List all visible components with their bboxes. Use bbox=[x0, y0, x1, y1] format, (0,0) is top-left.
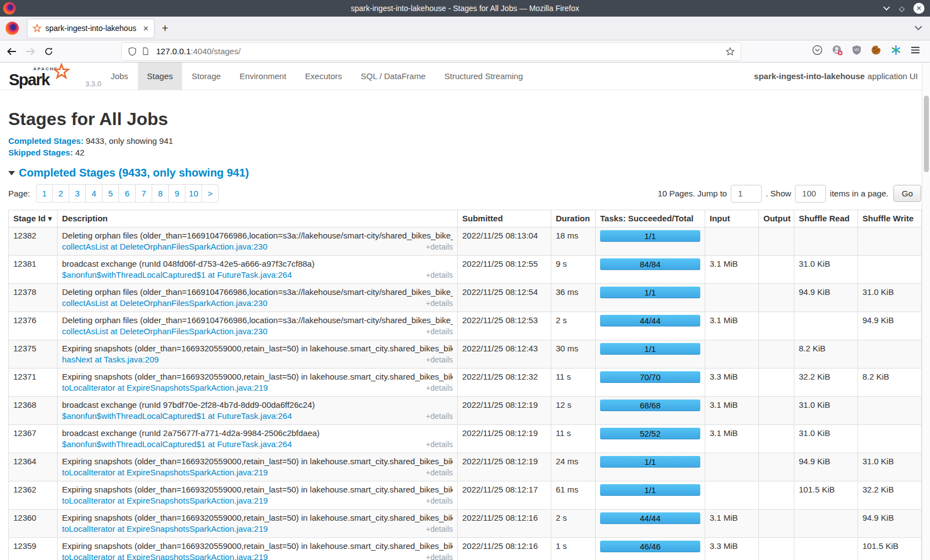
output-cell bbox=[759, 256, 794, 284]
window-maximize-icon[interactable]: ◇ bbox=[899, 4, 905, 13]
window-close-icon[interactable]: ✕ bbox=[913, 3, 924, 14]
shield-icon[interactable] bbox=[128, 47, 137, 56]
hamburger-menu-icon[interactable] bbox=[911, 45, 920, 57]
stage-callsite-link[interactable]: toLocalIterator at ExpireSnapshotsSparkA… bbox=[62, 523, 268, 535]
stage-callsite-link[interactable]: $anonfun$withThreadLocalCaptured$1 at Fu… bbox=[62, 439, 292, 450]
forward-button[interactable] bbox=[25, 46, 35, 56]
completed-stages-link[interactable]: Completed Stages: bbox=[8, 136, 84, 146]
browser-tab[interactable]: spark-ingest-into-lakehous ✕ bbox=[28, 19, 154, 38]
nav-tab-storage[interactable]: Storage bbox=[182, 63, 230, 90]
output-cell bbox=[759, 284, 794, 312]
details-toggle[interactable]: +details bbox=[426, 326, 453, 337]
nav-tab-stages[interactable]: Stages bbox=[138, 63, 183, 90]
skipped-stages-link[interactable]: Skipped Stages: bbox=[8, 148, 73, 157]
page-info-icon[interactable] bbox=[142, 47, 149, 55]
stage-callsite-link[interactable]: toLocalIterator at ExpireSnapshotsSparkA… bbox=[62, 467, 268, 478]
details-toggle[interactable]: +details bbox=[426, 269, 453, 281]
tab-close-icon[interactable]: ✕ bbox=[143, 24, 149, 33]
output-cell bbox=[759, 510, 794, 538]
jump-to-page-input[interactable] bbox=[731, 185, 762, 203]
details-toggle[interactable]: +details bbox=[426, 523, 453, 535]
input-cell bbox=[705, 284, 759, 312]
page-button-1[interactable]: 1 bbox=[36, 184, 53, 203]
details-toggle[interactable]: +details bbox=[426, 439, 453, 450]
page-button-9[interactable]: 9 bbox=[169, 184, 185, 203]
completed-stages-section-toggle[interactable]: Completed Stages (9433, only showing 941… bbox=[8, 167, 921, 179]
nav-tab-executors[interactable]: Executors bbox=[296, 63, 352, 90]
asterisk-extension-icon[interactable] bbox=[891, 45, 901, 58]
column-header[interactable]: Input bbox=[705, 210, 759, 227]
details-toggle[interactable]: +details bbox=[426, 298, 453, 309]
submitted-cell: 2022/11/25 08:12:16 bbox=[458, 538, 551, 560]
stage-callsite-link[interactable]: toLocalIterator at ExpireSnapshotsSparkA… bbox=[62, 382, 268, 393]
account-extension-icon[interactable] bbox=[832, 45, 843, 58]
details-toggle[interactable]: +details bbox=[426, 552, 453, 560]
list-all-tabs-icon[interactable] bbox=[914, 23, 922, 33]
column-header[interactable]: Description bbox=[58, 210, 458, 227]
details-toggle[interactable]: +details bbox=[426, 241, 453, 252]
shuffle-read-cell: 101.5 KiB bbox=[794, 481, 858, 510]
stage-callsite-link[interactable]: collectAsList at DeleteOrphanFilesSparkA… bbox=[62, 326, 267, 337]
next-page-button[interactable]: > bbox=[202, 184, 219, 203]
details-toggle[interactable]: +details bbox=[426, 495, 453, 506]
column-header[interactable]: Output bbox=[759, 210, 794, 227]
tasks-cell: 1/1 bbox=[596, 340, 705, 369]
bookmark-star-icon[interactable] bbox=[726, 47, 735, 56]
page-button-6[interactable]: 6 bbox=[119, 184, 136, 203]
ublock-shield-icon[interactable]: uO bbox=[852, 45, 861, 57]
items-per-page-input[interactable] bbox=[795, 185, 826, 203]
page-button-8[interactable]: 8 bbox=[152, 184, 169, 203]
nav-tab-jobs[interactable]: Jobs bbox=[101, 63, 138, 90]
column-header[interactable]: Duration bbox=[551, 210, 596, 227]
stage-callsite-link[interactable]: toLocalIterator at ExpireSnapshotsSparkA… bbox=[62, 552, 268, 560]
cookie-extension-icon[interactable] bbox=[871, 45, 881, 58]
stage-description: broadcast exchange (runId 97bdf70e-2f28-… bbox=[62, 400, 453, 411]
page-button-7[interactable]: 7 bbox=[136, 184, 152, 203]
window-minimize-icon[interactable] bbox=[883, 6, 890, 11]
go-button[interactable]: Go bbox=[893, 185, 921, 202]
column-header[interactable]: Stage Id ▾ bbox=[9, 210, 58, 227]
shuffle-read-cell bbox=[794, 538, 858, 560]
stage-callsite-link[interactable]: hasNext at Tasks.java:209 bbox=[62, 354, 159, 365]
stage-callsite-link[interactable]: toLocalIterator at ExpireSnapshotsSparkA… bbox=[62, 495, 268, 506]
table-row: 12367broadcast exchange (runId 2a75677f-… bbox=[9, 425, 922, 453]
url-text: 127.0.0.1:4040/stages/ bbox=[156, 46, 241, 56]
page-scrollbar[interactable] bbox=[922, 63, 930, 560]
reload-button[interactable] bbox=[44, 47, 53, 56]
details-toggle[interactable]: +details bbox=[426, 467, 453, 478]
nav-tab-structured-streaming[interactable]: Structured Streaming bbox=[435, 63, 533, 90]
submitted-cell: 2022/11/25 08:12:17 bbox=[458, 481, 551, 510]
page-button-3[interactable]: 3 bbox=[69, 184, 86, 203]
column-header[interactable]: Submitted bbox=[458, 210, 551, 227]
page-button-5[interactable]: 5 bbox=[102, 184, 119, 203]
spark-logo[interactable]: APACHE Spark bbox=[0, 63, 76, 90]
stage-callsite-link[interactable]: $anonfun$withThreadLocalCaptured$1 at Fu… bbox=[62, 269, 292, 281]
url-bar[interactable]: 127.0.0.1:4040/stages/ bbox=[122, 43, 741, 60]
table-row: 12375Expiring snapshots (older_than=1669… bbox=[9, 340, 922, 369]
browser-tab-bar: spark-ingest-into-lakehous ✕ + bbox=[0, 17, 930, 40]
details-toggle[interactable]: +details bbox=[426, 354, 453, 365]
page-button-2[interactable]: 2 bbox=[53, 184, 69, 203]
stage-id-cell: 12368 bbox=[9, 397, 58, 425]
scrollbar-thumb[interactable] bbox=[924, 96, 929, 172]
stage-callsite-link[interactable]: collectAsList at DeleteOrphanFilesSparkA… bbox=[62, 298, 267, 309]
details-toggle[interactable]: +details bbox=[426, 382, 453, 393]
submitted-cell: 2022/11/25 08:12:55 bbox=[458, 256, 551, 284]
stage-callsite-link[interactable]: $anonfun$withThreadLocalCaptured$1 at Fu… bbox=[62, 411, 292, 422]
page-button-4[interactable]: 4 bbox=[86, 184, 102, 203]
page-button-10[interactable]: 10 bbox=[185, 184, 202, 203]
column-header[interactable]: Shuffle Write bbox=[858, 210, 922, 227]
pocket-icon[interactable] bbox=[812, 45, 823, 58]
column-header[interactable]: Tasks: Succeeded/Total bbox=[596, 210, 705, 227]
new-tab-button[interactable]: + bbox=[162, 22, 168, 35]
details-toggle[interactable]: +details bbox=[426, 411, 453, 422]
description-cell: broadcast exchange (runId 048fd06f-d753-… bbox=[58, 256, 458, 284]
pagination-bar: Page: 12345678910> 10 Pages. Jump to . S… bbox=[8, 184, 921, 203]
nav-tab-sql-dataframe[interactable]: SQL / DataFrame bbox=[352, 63, 435, 90]
firefox-menu-icon[interactable] bbox=[6, 22, 19, 35]
stage-callsite-link[interactable]: collectAsList at DeleteOrphanFilesSparkA… bbox=[62, 241, 267, 252]
back-button[interactable] bbox=[7, 46, 17, 56]
column-header[interactable]: Shuffle Read bbox=[794, 210, 858, 227]
nav-tab-environment[interactable]: Environment bbox=[230, 63, 296, 90]
stage-description: Deleting orphan files (older_than=166910… bbox=[62, 315, 453, 326]
